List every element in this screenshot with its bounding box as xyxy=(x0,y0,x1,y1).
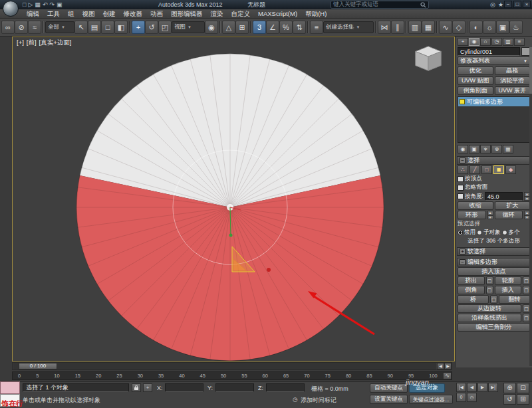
tab-display[interactable]: ▥ xyxy=(503,38,513,46)
redo-icon[interactable]: ↷ xyxy=(49,1,55,9)
listener-macro-row[interactable] xyxy=(0,381,20,394)
zoom-icon[interactable]: ⊕ xyxy=(503,383,516,393)
edit-poly-wide-1-button[interactable]: 沿样条线挤出 xyxy=(458,314,521,322)
grow-button[interactable]: 扩大 xyxy=(495,201,531,210)
selection-filter-dropdown[interactable]: 全部▼ xyxy=(45,21,74,33)
menu-item-7[interactable]: 图形编辑器 xyxy=(167,9,207,18)
select-by-name-icon[interactable]: ▤ xyxy=(88,21,101,34)
percent-snap-icon[interactable]: % xyxy=(279,21,293,34)
close-button[interactable]: × xyxy=(523,1,531,8)
go-to-start-button[interactable]: |◀ xyxy=(456,383,466,392)
render-setup-icon[interactable]: ☼ xyxy=(483,21,496,34)
undo-icon[interactable]: ↶ xyxy=(43,1,48,9)
select-and-scale-icon[interactable]: ◰ xyxy=(158,21,172,34)
stack-item-0[interactable]: 可编辑多边形 xyxy=(458,97,529,106)
modifier-set-button-0[interactable]: 优化 xyxy=(458,66,493,75)
object-name-field[interactable]: Cylinder001 xyxy=(458,47,520,56)
select-object-icon[interactable]: ↖ xyxy=(74,21,88,34)
open-file-icon[interactable]: ▷ xyxy=(28,1,33,9)
by-angle-checkbox[interactable] xyxy=(458,193,464,199)
menu-item-1[interactable]: 工具 xyxy=(43,9,64,18)
named-selection-set-dropdown[interactable]: 创建选择集▼ xyxy=(323,21,374,33)
menu-item-8[interactable]: 渲染 xyxy=(207,9,227,18)
preview-radio-0[interactable] xyxy=(458,230,463,235)
edit-named-selection-sets-icon[interactable]: ≡ xyxy=(310,21,323,34)
menu-item-10[interactable]: MAXScript(M) xyxy=(254,9,301,18)
insert-vertex-button[interactable]: 插入顶点 xyxy=(458,267,530,276)
select-and-link-icon[interactable]: ∞ xyxy=(1,21,15,34)
modifier-set-button-1[interactable]: 晶格 xyxy=(495,66,531,75)
time-configuration-icon[interactable]: ◷ xyxy=(467,393,477,402)
modifier-list-dropdown[interactable]: 修改器列表▼ xyxy=(458,56,530,65)
rendered-frame-window-icon[interactable]: ▣ xyxy=(496,21,509,34)
menu-item-11[interactable]: 帮助(H) xyxy=(301,9,331,18)
edit-poly-2-0-settings-icon[interactable]: □ xyxy=(490,295,497,304)
by-angle-value[interactable]: 45.0 xyxy=(485,192,523,201)
communication-center-icon[interactable]: ◎ xyxy=(490,1,495,9)
make-unique-icon[interactable]: ∗ xyxy=(480,145,491,153)
menu-item-0[interactable]: 编辑 xyxy=(23,9,43,18)
menu-item-9[interactable]: 自定义 xyxy=(227,9,255,18)
x-coord-field[interactable] xyxy=(165,383,203,392)
select-and-move-icon[interactable]: + xyxy=(132,21,145,34)
element-mode-icon[interactable]: ◆ xyxy=(505,165,516,174)
minimize-button[interactable]: − xyxy=(504,1,512,8)
render-production-icon[interactable]: ♨ xyxy=(509,21,523,34)
current-frame-field[interactable]: 0 xyxy=(456,393,466,402)
search-input[interactable]: 键入关键字或短语 xyxy=(331,1,429,9)
vertex-mode-icon[interactable]: ∴ xyxy=(458,165,468,174)
track-bar[interactable]: 0510152025303540455055606570758085909510… xyxy=(12,371,452,380)
unlink-selection-icon[interactable]: ⊘ xyxy=(15,21,28,34)
modifier-set-button-5[interactable]: UVW 展开 xyxy=(495,86,531,95)
tab-create[interactable]: + xyxy=(458,38,468,46)
ring-button[interactable]: 环形 xyxy=(458,211,486,219)
viewcube[interactable] xyxy=(412,43,445,76)
viewport-canvas[interactable] xyxy=(13,37,454,361)
edit-triangulation-button[interactable]: 编辑三角剖分 xyxy=(458,323,530,332)
edit-poly-0-1-button[interactable]: 轮廓 xyxy=(495,276,522,285)
modifier-set-button-4[interactable]: 倒角剖面 xyxy=(458,86,493,95)
z-coord-field[interactable] xyxy=(266,383,305,392)
tab-utilities[interactable]: ≡ xyxy=(514,38,525,46)
snap-toggle-3d-icon[interactable]: 3 xyxy=(253,21,266,34)
mirror-icon[interactable]: ⋈ xyxy=(378,21,391,34)
ring-spinner[interactable]: ▲▼ xyxy=(487,211,493,219)
edit-poly-0-0-settings-icon[interactable]: □ xyxy=(486,276,493,285)
add-time-tag[interactable]: 添加时间标记 xyxy=(301,396,336,405)
reference-coordinate-dropdown[interactable]: 视图▼ xyxy=(172,21,205,33)
maximize-button[interactable]: □ xyxy=(513,1,521,8)
rollout-selection[interactable]: −选择 xyxy=(457,156,531,165)
angle-snap-icon[interactable]: ∠ xyxy=(266,21,279,34)
project-folder-icon[interactable]: ▣ xyxy=(57,1,63,9)
modifier-set-button-2[interactable]: UVW 贴图 xyxy=(458,76,493,85)
spinner-snap-icon[interactable]: ⇅ xyxy=(293,21,306,34)
time-slider-track[interactable]: 0 / 100 xyxy=(13,363,436,369)
auto-key-button[interactable]: 自动关键点 xyxy=(370,383,408,393)
time-slider-next-icon[interactable]: ▶ xyxy=(444,363,452,369)
new-file-icon[interactable]: □ xyxy=(23,1,26,9)
menu-item-2[interactable]: 组 xyxy=(64,9,78,18)
time-slider[interactable]: 0 / 100 ◀ ▶ xyxy=(12,362,452,370)
menu-item-6[interactable]: 动画 xyxy=(146,9,167,18)
configure-modifier-sets-icon[interactable]: ▦ xyxy=(503,145,513,153)
polygon-mode-icon[interactable]: ◼ xyxy=(493,165,504,174)
ignore-backfacing-checkbox[interactable] xyxy=(458,185,464,191)
selection-lock-icon[interactable] xyxy=(132,383,141,392)
zoom-extents-icon[interactable]: ⊡ xyxy=(517,383,529,393)
maximize-viewport-icon[interactable]: ⊞ xyxy=(517,394,529,405)
preview-radio-1[interactable] xyxy=(477,230,482,235)
pin-stack-icon[interactable]: ◉ xyxy=(458,145,468,153)
material-editor-icon[interactable]: ◐ xyxy=(469,21,483,34)
rollout-edit-polygons[interactable]: −编辑多边形 xyxy=(457,258,531,266)
edit-poly-2-0-button[interactable]: 桥 xyxy=(458,295,489,304)
tab-modify[interactable]: ◉ xyxy=(469,38,479,46)
select-and-manipulate-icon[interactable]: △ xyxy=(222,21,235,34)
shrink-button[interactable]: 收缩 xyxy=(458,201,493,210)
time-slider-prev-icon[interactable]: ◀ xyxy=(437,363,444,369)
rollout-soft-selection[interactable]: +软选择 xyxy=(457,247,531,256)
favorites-icon[interactable]: ★ xyxy=(498,1,503,9)
edit-poly-0-0-button[interactable]: 挤出 xyxy=(458,276,485,285)
command-panel-scrollbar[interactable] xyxy=(529,47,532,366)
absolute-offset-toggle-icon[interactable]: + xyxy=(143,383,152,392)
key-filters-button[interactable]: 关键点过滤器... xyxy=(409,395,453,404)
